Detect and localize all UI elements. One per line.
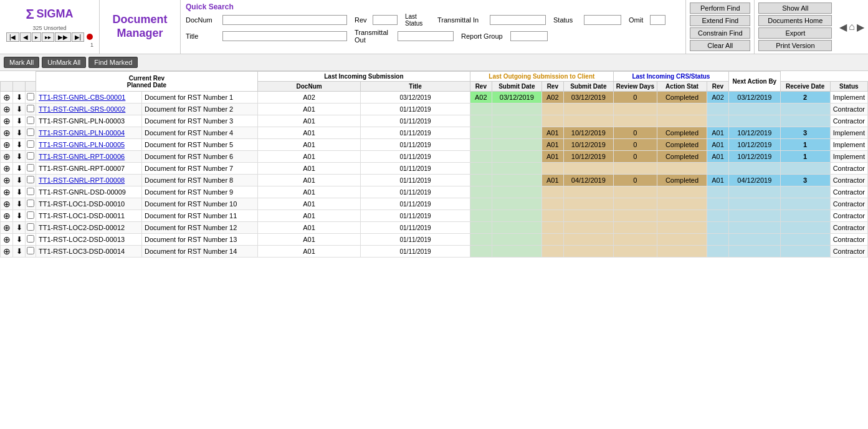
status-label: Status	[553, 16, 581, 24]
out-rev-cell	[541, 198, 563, 210]
nav-first-button[interactable]: |◀	[6, 32, 19, 42]
icon-download[interactable]: ⬇	[13, 104, 26, 115]
crs-status-cell	[780, 222, 830, 234]
icon-plus[interactable]: ⊕	[1, 175, 13, 186]
show-all-button[interactable]: Show All	[758, 2, 832, 14]
icon-download[interactable]: ⬇	[13, 139, 26, 151]
row-checkbox[interactable]	[27, 211, 34, 219]
in-rev-cell	[470, 222, 492, 234]
crs-receive-cell	[728, 210, 780, 222]
row-checkbox[interactable]	[27, 152, 34, 160]
nav-next-small-button[interactable]: ▸▸	[42, 32, 54, 42]
icon-download[interactable]: ⬇	[13, 222, 26, 234]
unmark-all-button[interactable]: UnMark All	[42, 57, 86, 68]
current-rev-cell: A01	[257, 127, 360, 139]
icon-download[interactable]: ⬇	[13, 198, 26, 210]
icon-plus[interactable]: ⊕	[1, 92, 13, 104]
docnum-link[interactable]: TT1-RST-GNRL-PLN-00004	[39, 129, 125, 137]
row-checkbox[interactable]	[27, 223, 34, 231]
documents-home-button[interactable]: Documents Home	[758, 15, 832, 26]
row-checkbox[interactable]	[27, 128, 34, 136]
row-checkbox[interactable]	[27, 93, 34, 100]
row-checkbox[interactable]	[27, 105, 34, 112]
icon-download[interactable]: ⬇	[13, 92, 26, 104]
table-row: ⊕ ⬇ TT1-RST-LOC2-DSD-00013 Document for …	[1, 234, 868, 246]
icon-plus[interactable]: ⊕	[1, 246, 13, 258]
icon-plus[interactable]: ⊕	[1, 139, 13, 151]
docnum-link[interactable]: TT1-RST-GNRL-RPT-00006	[39, 153, 125, 160]
transmittal-in-input[interactable]	[490, 15, 546, 25]
icon-plus[interactable]: ⊕	[1, 127, 13, 139]
in-rev-cell	[470, 246, 492, 258]
icon-download[interactable]: ⬇	[13, 234, 26, 246]
table-row: ⊕ ⬇ TT1-RST-GNRL-PLN-00005 Document for …	[1, 139, 868, 151]
out-submit-cell: 04/12/2019	[563, 175, 613, 186]
row-checkbox[interactable]	[27, 235, 34, 243]
icon-download[interactable]: ⬇	[13, 151, 26, 163]
nav-last-button[interactable]: ▶|	[72, 32, 85, 42]
export-button[interactable]: Export	[758, 27, 832, 39]
next-action-cell: Implement	[830, 127, 867, 139]
transmittal-out-input[interactable]	[398, 31, 454, 41]
nav-prev-small-button[interactable]: ▸	[32, 32, 41, 42]
out-rev-cell	[541, 186, 563, 198]
out-action-cell: Completed	[657, 92, 707, 104]
rev-input[interactable]	[373, 15, 398, 25]
icon-download[interactable]: ⬇	[13, 246, 26, 258]
row-checkbox[interactable]	[27, 200, 34, 207]
home-page-button[interactable]: ⌂	[849, 21, 855, 32]
docnum-link[interactable]: TT1-RST-GNRL-RPT-00008	[39, 176, 125, 184]
title-input[interactable]	[222, 31, 347, 41]
row-checkbox[interactable]	[27, 176, 34, 183]
title-cell: Document for RST Number 8	[142, 175, 258, 186]
row-checkbox-cell	[26, 115, 36, 127]
omit-input[interactable]	[650, 15, 665, 25]
icon-plus[interactable]: ⊕	[1, 198, 13, 210]
row-checkbox[interactable]	[27, 164, 34, 171]
icon-download[interactable]: ⬇	[13, 186, 26, 198]
next-action-header: Next Action By	[728, 72, 780, 92]
status-input[interactable]	[584, 15, 621, 25]
print-version-button[interactable]: Print Version	[758, 40, 832, 51]
docnum-col-header: DocNum	[257, 82, 360, 92]
icon-plus[interactable]: ⊕	[1, 104, 13, 115]
icon-plus[interactable]: ⊕	[1, 234, 13, 246]
icon-download[interactable]: ⬇	[13, 210, 26, 222]
extend-find-button[interactable]: Extend Find	[690, 15, 750, 26]
constrain-find-button[interactable]: Constrain Find	[690, 27, 750, 39]
nav-prev-button[interactable]: ◀	[20, 32, 31, 42]
perform-find-button[interactable]: Perform Find	[690, 2, 750, 14]
report-group-input[interactable]	[510, 31, 548, 41]
find-marked-button[interactable]: Find Marked	[88, 57, 138, 68]
nav-next-button[interactable]: ▶▶	[55, 32, 71, 42]
in-submit-cell	[492, 151, 541, 163]
mark-all-button[interactable]: Mark All	[4, 57, 39, 68]
crs-status-cell	[780, 163, 830, 175]
icon-plus[interactable]: ⊕	[1, 115, 13, 127]
icon-download[interactable]: ⬇	[13, 175, 26, 186]
icon-plus[interactable]: ⊕	[1, 151, 13, 163]
row-checkbox[interactable]	[27, 188, 34, 195]
row-checkbox[interactable]	[27, 117, 34, 124]
docnum-link[interactable]: TT1-RST-GNRL-CBS-00001	[39, 94, 125, 101]
row-checkbox[interactable]	[27, 247, 34, 254]
icon-plus[interactable]: ⊕	[1, 163, 13, 175]
docnum-link[interactable]: TT1-RST-GNRL-SRS-00002	[39, 105, 125, 113]
icon-plus[interactable]: ⊕	[1, 210, 13, 222]
icon-download[interactable]: ⬇	[13, 115, 26, 127]
next-page-button[interactable]: ▶	[857, 21, 864, 33]
sigma-icon: Σ	[26, 6, 34, 22]
docnum-link[interactable]: TT1-RST-GNRL-PLN-00005	[39, 141, 125, 148]
report-group-label: Report Group	[461, 32, 508, 40]
crs-status-cell: 1	[780, 151, 830, 163]
next-action-cell: Contractor	[830, 186, 867, 198]
docnum-input[interactable]	[222, 15, 347, 25]
prev-page-button[interactable]: ◀	[839, 21, 847, 33]
current-rev-cell: A01	[257, 163, 360, 175]
icon-download[interactable]: ⬇	[13, 127, 26, 139]
clear-all-button[interactable]: Clear All	[690, 40, 750, 51]
icon-plus[interactable]: ⊕	[1, 222, 13, 234]
row-checkbox[interactable]	[27, 140, 34, 148]
icon-download[interactable]: ⬇	[13, 163, 26, 175]
icon-plus[interactable]: ⊕	[1, 186, 13, 198]
